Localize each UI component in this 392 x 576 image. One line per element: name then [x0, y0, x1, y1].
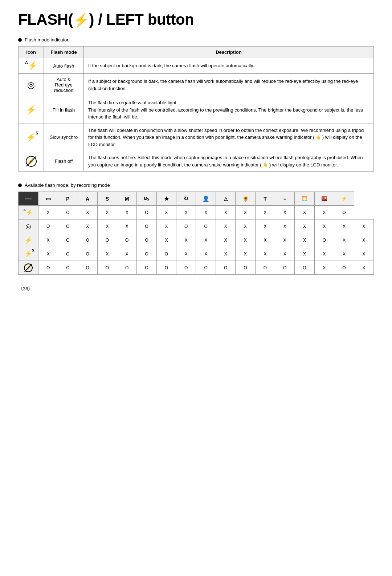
grid-cell: X: [216, 206, 236, 219]
grid-header-text: T: [255, 192, 275, 206]
grid-cell: O: [58, 247, 78, 261]
grid-cell: X: [255, 247, 275, 261]
grid-cell: X: [236, 219, 256, 233]
grid-cell: O: [117, 233, 137, 247]
grid-table: ➖ ▭ P A S M My ★ ↻ 👤 △ 🌻 T ≡ 🌅 🌇 ⚡ A: [18, 192, 374, 275]
grid-header-scene: ↻: [176, 192, 196, 206]
grid-cell: O: [137, 219, 156, 233]
grid-cell: X: [236, 247, 256, 261]
grid-cell: X: [354, 247, 373, 261]
grid-cell: O: [78, 247, 97, 261]
grid-cell: X: [314, 247, 334, 261]
grid-cell: O: [137, 206, 156, 219]
grid-cell: X: [156, 219, 176, 233]
bullet-icon-2: [18, 184, 22, 187]
grid-cell: O: [255, 261, 275, 275]
grid-cell: X: [97, 219, 117, 233]
grid-cell: O: [58, 219, 78, 233]
grid-header-macro: 🌻: [236, 192, 256, 206]
auto-flash-icon: A ⚡: [25, 61, 37, 71]
grid-cell: X: [38, 233, 58, 247]
grid-cell: O: [176, 261, 196, 275]
table-row: ◎ Auto &Red eyereduction If a subject or…: [19, 74, 374, 96]
grid-cell: X: [334, 247, 354, 261]
grid-cell: X: [216, 219, 236, 233]
grid-header-M: M: [117, 192, 137, 206]
mode-cell-redeye: Auto &Red eyereduction: [44, 74, 84, 96]
section2-label: Available flash mode, by recording mode: [18, 182, 374, 188]
icon-cell-slowsync: ⚡S: [19, 124, 44, 151]
grid-cell: X: [255, 233, 275, 247]
flash-off-icon: ⚡: [26, 156, 37, 167]
grid-cell: X: [275, 233, 295, 247]
grid-cell: X: [354, 233, 373, 247]
grid-header-portrait: 👤: [196, 192, 216, 206]
grid-cell: X: [156, 233, 176, 247]
grid-cell: X: [196, 206, 216, 219]
grid-cell: X: [275, 219, 295, 233]
grid-cell: X: [176, 247, 196, 261]
col-header-icon: Icon: [19, 47, 44, 58]
grid-cell: O: [58, 233, 78, 247]
grid-row-slowsync: ⚡S X O O X X O O X X X X X X X X X X: [19, 247, 374, 261]
fill-flash-icon: ⚡: [26, 105, 37, 114]
table-row: ⚡S Slow synchro The flash will operate i…: [19, 124, 374, 151]
grid-cell: X: [295, 219, 314, 233]
grid-cell: O: [117, 261, 137, 275]
col-header-desc: Description: [84, 47, 374, 58]
grid-cell: O: [137, 247, 156, 261]
grid-cell: X: [255, 206, 275, 219]
grid-cell: X: [255, 219, 275, 233]
mode-cell-flashoff: Flash off: [44, 151, 84, 172]
desc-cell-flashoff: The flash does not fire. Select this mod…: [84, 151, 374, 172]
table-row: ⚡ Flash off The flash does not fire. Sel…: [19, 151, 374, 172]
grid-cell: O: [334, 206, 354, 219]
flash-mode-table: Icon Flash mode Description A ⚡ Auto fla…: [18, 46, 374, 172]
grid-cell: O: [137, 233, 156, 247]
grid-cell: O: [236, 261, 256, 275]
mode-cell-autoflash: Auto flash: [44, 58, 84, 74]
grid-cell: O: [58, 206, 78, 219]
grid-cell: O: [78, 233, 97, 247]
page-footer: 《36》: [18, 286, 374, 292]
icon-cell-fillflash: ⚡: [19, 96, 44, 124]
grid-cell: X: [314, 206, 334, 219]
grid-header-diag: ➖: [19, 192, 38, 206]
grid-header-fireworks: 🌇: [314, 192, 334, 206]
grid-cell: X: [38, 206, 58, 219]
grid-header-P: P: [58, 192, 78, 206]
grid-header-star: ★: [156, 192, 176, 206]
desc-cell-autoflash: If the subject or background is dark, th…: [84, 58, 374, 74]
grid-cell: X: [38, 247, 58, 261]
grid-cell: X: [216, 247, 236, 261]
grid-cell: X: [334, 233, 354, 247]
grid-header-My: My: [137, 192, 156, 206]
grid-cell: X: [354, 219, 373, 233]
red-eye-icon: ◎: [27, 80, 35, 90]
grid-cell: X: [275, 206, 295, 219]
grid-cell: O: [78, 261, 97, 275]
grid-cell: O: [97, 233, 117, 247]
grid-cell: O: [38, 219, 58, 233]
section1-label: Flash mode indicator: [18, 37, 374, 43]
grid-cell: X: [156, 206, 176, 219]
row-icon-flashoff: ⚡: [19, 261, 38, 275]
grid-cell: X: [78, 219, 97, 233]
desc-cell-fillflash: The flash fires regardless of available …: [84, 96, 374, 124]
col-header-mode: Flash mode: [44, 47, 84, 58]
icon-cell-flashoff: ⚡: [19, 151, 44, 172]
grid-cell: O: [314, 233, 334, 247]
grid-cell: X: [196, 247, 216, 261]
grid-cell: X: [97, 206, 117, 219]
grid-cell: X: [236, 233, 256, 247]
grid-row-flashoff: ⚡ O O O O O O O O O O O O O O X O X: [19, 261, 374, 275]
grid-cell: O: [38, 261, 58, 275]
grid-header-sunset: 🌅: [295, 192, 314, 206]
grid-cell: O: [97, 261, 117, 275]
grid-header-auto: ▭: [38, 192, 58, 206]
grid-cell: X: [295, 233, 314, 247]
grid-cell: O: [196, 261, 216, 275]
grid-row-redeye: ◎ O O X X X O X O O X X X X X X X X: [19, 219, 374, 233]
grid-cell: O: [216, 261, 236, 275]
grid-cell: X: [216, 233, 236, 247]
